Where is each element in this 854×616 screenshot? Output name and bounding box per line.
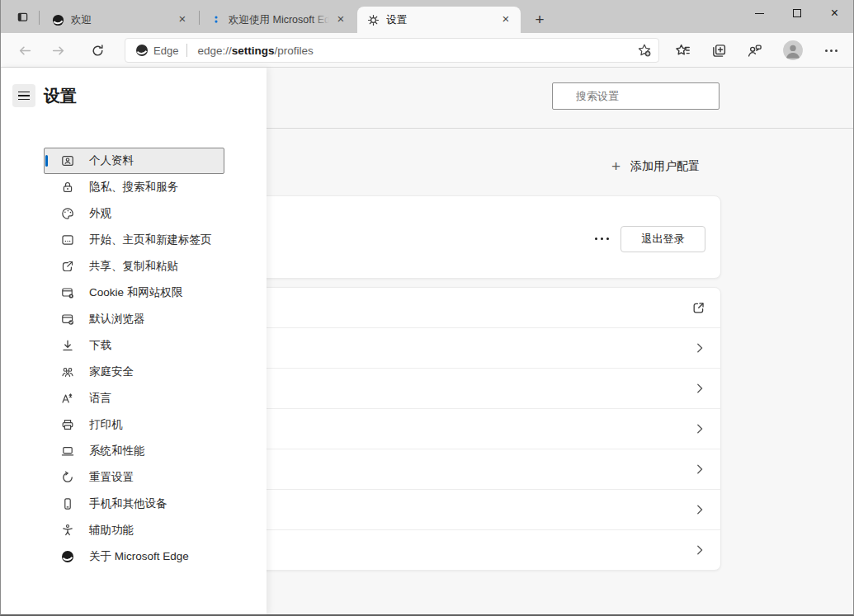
sidebar-item-cookies-permissions[interactable]: Cookie 和网站权限 xyxy=(44,280,224,306)
tab-title-fade xyxy=(311,13,329,27)
favorites-star-icon xyxy=(675,43,691,59)
selected-accent-bar xyxy=(45,155,48,167)
chevron-right-icon xyxy=(694,383,705,394)
settings-search-box[interactable] xyxy=(552,82,720,110)
gear-favicon xyxy=(367,14,380,26)
add-profile-label: 添加用户配置 xyxy=(630,159,700,174)
collections-icon xyxy=(711,43,727,59)
new-tab-button[interactable]: + xyxy=(529,9,550,31)
tab-separator xyxy=(39,11,40,25)
sign-out-button[interactable]: 退出登录 xyxy=(620,226,705,252)
maximize-icon xyxy=(793,9,801,17)
avatar-icon xyxy=(782,40,804,61)
settings-nav-overlay: 设置 个人资料 隐私、搜索和服务 外观 开始、主页和新建标签页 xyxy=(1,68,267,614)
tab-title: 欢迎使用 Microsoft Edg xyxy=(229,13,329,27)
sidebar-item-reset-settings[interactable]: 重置设置 xyxy=(44,464,224,491)
browser-toolbar: Edge edge://settings/profiles xyxy=(1,33,853,68)
refresh-icon xyxy=(91,44,105,58)
default-browser-icon xyxy=(61,313,74,326)
menu-toggle-button[interactable] xyxy=(12,84,35,107)
cookies-permissions-icon xyxy=(61,286,74,299)
sidebar-item-profiles[interactable]: 个人资料 xyxy=(44,148,224,174)
settings-more-button[interactable] xyxy=(819,39,842,62)
forward-button[interactable] xyxy=(45,38,70,63)
blue-dots-favicon xyxy=(210,14,222,26)
languages-icon xyxy=(61,392,74,405)
url-text: edge://settings/profiles xyxy=(197,45,637,57)
sidebar-item-languages[interactable]: 语言 xyxy=(44,385,224,411)
tab-close-icon[interactable]: × xyxy=(334,13,347,26)
tab-welcome-to-edge[interactable]: 欢迎使用 Microsoft Edg × xyxy=(201,7,356,33)
profile-card-icon xyxy=(61,154,74,167)
tab-actions-menu-button[interactable] xyxy=(11,7,34,26)
edge-logo-icon xyxy=(61,550,74,563)
tab-separator xyxy=(199,11,200,25)
tab-actions-icon xyxy=(17,11,29,23)
close-icon: × xyxy=(831,7,838,20)
minimize-icon xyxy=(755,13,764,14)
address-separator xyxy=(186,44,187,57)
sidebar-item-downloads[interactable]: 下载 xyxy=(44,332,224,359)
header-divider xyxy=(267,128,853,129)
profile-avatar-button[interactable] xyxy=(781,39,805,62)
system-performance-icon xyxy=(61,444,74,458)
edge-logo-icon xyxy=(135,44,149,57)
reset-settings-icon xyxy=(61,471,74,484)
share-copy-paste-icon xyxy=(61,260,74,273)
start-home-tabs-icon xyxy=(61,233,74,247)
chevron-right-icon xyxy=(694,504,705,515)
edge-favicon xyxy=(52,14,64,26)
sidebar-item-default-browser[interactable]: 默认浏览器 xyxy=(44,306,224,332)
profile-more-button[interactable] xyxy=(589,229,614,247)
accessibility-icon xyxy=(61,524,74,537)
tab-title: 欢迎 xyxy=(71,13,171,27)
edge-browser-window: 欢迎 × 欢迎使用 Microsoft Edg × 设置 × + × xyxy=(0,0,854,616)
plus-icon: + xyxy=(611,159,620,174)
sidebar-item-start-home-newtab[interactable]: 开始、主页和新建标签页 xyxy=(44,227,224,253)
settings-title: 设置 xyxy=(44,85,77,107)
collections-button[interactable] xyxy=(707,39,730,62)
sidebar-item-phone-devices[interactable]: 手机和其他设备 xyxy=(44,491,224,517)
lock-icon xyxy=(61,181,74,194)
sidebar-item-appearance[interactable]: 外观 xyxy=(44,200,224,227)
sidebar-item-privacy[interactable]: 隐私、搜索和服务 xyxy=(44,174,224,200)
feedback-button[interactable] xyxy=(743,39,766,62)
site-badge-label: Edge xyxy=(153,45,178,57)
sidebar-item-printers[interactable]: 打印机 xyxy=(44,411,224,438)
address-bar[interactable]: Edge edge://settings/profiles xyxy=(125,38,659,63)
favorites-button[interactable] xyxy=(671,39,694,62)
chevron-right-icon xyxy=(694,544,705,556)
tab-close-icon[interactable]: × xyxy=(499,13,512,26)
tab-close-icon[interactable]: × xyxy=(176,13,189,26)
add-profile-button[interactable]: + 添加用户配置 xyxy=(611,159,700,174)
sidebar-item-about-edge[interactable]: 关于 Microsoft Edge xyxy=(44,543,224,570)
sidebar-item-family-safety[interactable]: 家庭安全 xyxy=(44,359,224,385)
more-dots-icon xyxy=(825,49,837,52)
close-button[interactable]: × xyxy=(816,0,853,26)
chevron-right-icon xyxy=(694,463,705,475)
back-button[interactable] xyxy=(12,38,37,63)
sidebar-item-system-performance[interactable]: 系统和性能 xyxy=(44,438,224,464)
tab-title: 设置 xyxy=(386,13,494,27)
chevron-right-icon xyxy=(694,342,705,354)
maximize-button[interactable] xyxy=(778,0,815,26)
person-chat-icon xyxy=(747,43,762,59)
refresh-button[interactable] xyxy=(85,38,110,63)
sidebar-item-accessibility[interactable]: 辅助功能 xyxy=(44,517,224,543)
hamburger-icon xyxy=(18,92,30,93)
forward-icon xyxy=(51,44,65,58)
settings-nav: 个人资料 隐私、搜索和服务 外观 开始、主页和新建标签页 共享、复制和粘贴 Co xyxy=(44,148,224,570)
settings-search-input[interactable] xyxy=(574,89,723,103)
tab-bar: 欢迎 × 欢迎使用 Microsoft Edg × 设置 × + × xyxy=(1,0,853,33)
appearance-icon xyxy=(61,207,74,220)
downloads-icon xyxy=(61,339,74,352)
printer-icon xyxy=(61,418,74,431)
site-badge[interactable]: Edge xyxy=(125,44,186,57)
phone-devices-icon xyxy=(61,497,74,510)
sidebar-item-share-copy-paste[interactable]: 共享、复制和粘贴 xyxy=(44,253,224,280)
tab-settings[interactable]: 设置 × xyxy=(357,7,521,33)
minimize-button[interactable] xyxy=(741,0,778,26)
chevron-right-icon xyxy=(694,423,705,435)
add-favorite-button[interactable] xyxy=(637,43,652,58)
tab-welcome[interactable]: 欢迎 × xyxy=(42,7,197,33)
